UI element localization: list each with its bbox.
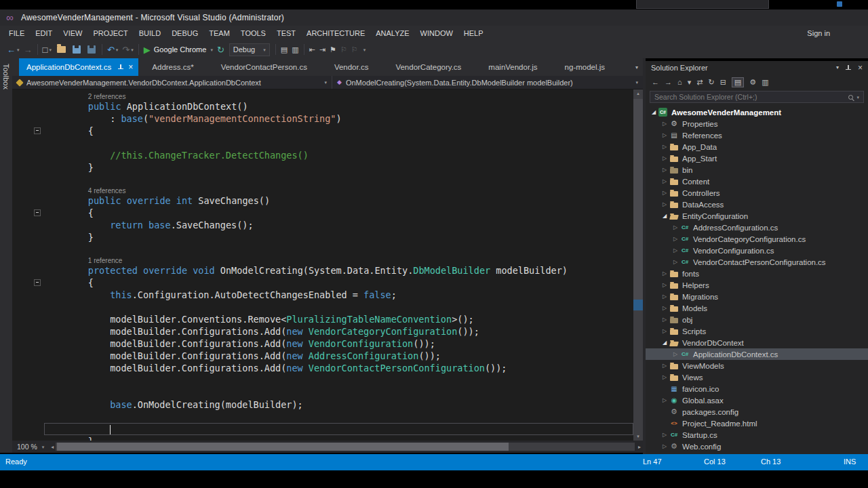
tree-item-app-data[interactable]: ▷App_Data xyxy=(646,141,868,152)
scroll-right-icon[interactable]: ▸ xyxy=(636,444,643,450)
tree-item-global-asax[interactable]: ▷◉Global.asax xyxy=(646,394,868,406)
menu-item-project[interactable]: PROJECT xyxy=(87,26,133,41)
home-icon[interactable]: ⌂ xyxy=(677,79,682,86)
tree-expander[interactable]: ▷ xyxy=(660,329,669,334)
save-button[interactable] xyxy=(69,42,84,57)
tree-item-packages-config[interactable]: ⚙packages.config xyxy=(646,406,868,418)
scroll-left-icon[interactable]: ◂ xyxy=(49,444,56,450)
menu-item-file[interactable]: FILE xyxy=(3,26,30,41)
navigate-back-button[interactable]: ← ▾ xyxy=(5,42,22,57)
sign-in-link[interactable]: Sign in xyxy=(807,26,830,41)
save-all-button[interactable] xyxy=(84,42,99,57)
collapse-all-icon[interactable]: ⊟ xyxy=(720,79,726,86)
fold-collapse-icon[interactable] xyxy=(34,209,41,216)
solution-explorer-search[interactable]: Search Solution Explorer (Ctrl+;) ▾ xyxy=(650,91,864,103)
menu-item-architecture[interactable]: ARCHITECTURE xyxy=(301,26,370,41)
show-all-files-icon[interactable]: ▤ xyxy=(732,77,744,87)
tree-item-vendorcontactpersonconfiguration-cs[interactable]: ▷C#VendorContactPersonConfiguration.cs xyxy=(646,256,868,268)
menu-item-help[interactable]: HELP xyxy=(458,26,489,41)
tree-expander[interactable]: ▷ xyxy=(660,167,669,173)
editor-tab-vendorcategory-cs[interactable]: VendorCategory.cs xyxy=(382,58,475,76)
tree-expander[interactable]: ▷ xyxy=(660,156,669,161)
tree-item-dataaccess[interactable]: ▷DataAccess xyxy=(646,199,868,210)
vertical-scrollbar[interactable]: ▴ ▾ xyxy=(633,89,643,441)
scroll-up-icon[interactable]: ▴ xyxy=(633,89,643,98)
nav-forward-icon[interactable]: → xyxy=(665,79,672,86)
toolbox-tab[interactable]: Toolbox xyxy=(0,58,12,453)
tree-expander[interactable]: ▷ xyxy=(660,283,669,288)
tree-expander[interactable]: ▷ xyxy=(660,133,669,138)
editor-tab-address-cs[interactable]: Address.cs* xyxy=(138,58,207,76)
chevron-down-icon[interactable]: ▾ xyxy=(856,95,859,100)
scrollbar-thumb[interactable] xyxy=(57,443,509,451)
tree-expander[interactable]: ▷ xyxy=(671,248,679,253)
codelens-references[interactable]: 2 references xyxy=(88,93,126,100)
tree-item-migrations[interactable]: ▷Migrations xyxy=(646,291,868,302)
tree-item-obj[interactable]: ▷obj xyxy=(646,314,868,325)
tree-expander[interactable]: ▷ xyxy=(660,398,669,403)
tree-expander[interactable]: ▷ xyxy=(660,202,669,207)
tree-item-vendordbcontext[interactable]: ◢VendorDbContext xyxy=(646,337,868,348)
increase-indent-button[interactable]: ⇥ xyxy=(317,42,328,57)
tree-item-bin[interactable]: ▷bin xyxy=(646,164,868,176)
editor-tab-mainvendor-js[interactable]: mainVendor.js xyxy=(475,58,551,76)
tree-item-startup-cs[interactable]: ▷C#Startup.cs xyxy=(646,429,868,441)
toolbar-overflow-button[interactable]: ▾ xyxy=(360,42,368,57)
search-icon[interactable] xyxy=(848,95,853,100)
tree-expander[interactable]: ▷ xyxy=(660,271,669,277)
start-debugging-button[interactable]: ▶ Google Chrome ▾ xyxy=(142,42,215,57)
tree-item-scripts[interactable]: ▷Scripts xyxy=(646,325,868,337)
type-dropdown[interactable]: AwesomeVenderManagement.VendorDbContext.… xyxy=(12,76,332,89)
toggle-bookmark-button[interactable]: ⚑ xyxy=(328,42,338,57)
browser-link-refresh-button[interactable]: ↻ xyxy=(215,42,226,57)
tree-item-references[interactable]: ▷▤References xyxy=(646,129,868,141)
menu-item-build[interactable]: BUILD xyxy=(134,26,166,41)
redo-button[interactable]: ↷ ▾ xyxy=(120,42,135,57)
undo-button[interactable]: ↶ ▾ xyxy=(105,42,120,57)
menu-item-test[interactable]: TEST xyxy=(271,26,301,41)
menu-item-analyze[interactable]: ANALYZE xyxy=(370,26,414,41)
pin-icon[interactable] xyxy=(846,65,851,71)
tree-expander[interactable]: ▷ xyxy=(660,317,669,323)
scope-dropdown-icon[interactable]: ▾ xyxy=(688,79,692,86)
fold-collapse-icon[interactable] xyxy=(34,279,41,286)
menu-item-edit[interactable]: EDIT xyxy=(30,26,58,41)
tree-item-fonts[interactable]: ▷fonts xyxy=(646,268,868,279)
tree-expander[interactable]: ▷ xyxy=(671,225,679,230)
tree-item-favicon-ico[interactable]: ▦favicon.ico xyxy=(646,383,868,394)
tree-item-applicationdbcontext-cs[interactable]: ▷C#ApplicationDbContext.cs xyxy=(646,348,868,360)
tree-expander[interactable]: ▷ xyxy=(660,294,669,300)
tree-item-web-config[interactable]: ▷⚙Web.config xyxy=(646,441,868,452)
scroll-down-icon[interactable]: ▾ xyxy=(633,432,643,441)
pin-icon[interactable] xyxy=(117,64,123,70)
tree-expander[interactable]: ▷ xyxy=(660,375,669,380)
tree-item-content[interactable]: ▷Content xyxy=(646,176,868,187)
tree-expander[interactable]: ◢ xyxy=(660,340,669,346)
next-bookmark-button[interactable]: ⚐ xyxy=(349,42,360,57)
tree-item-awesomevendermanagement[interactable]: ◢C#AwesomeVenderManagement xyxy=(646,106,868,118)
menu-item-team[interactable]: TEAM xyxy=(203,26,235,41)
menu-item-tools[interactable]: TOOLS xyxy=(235,26,271,41)
tree-expander[interactable]: ▷ xyxy=(660,121,669,127)
menu-item-debug[interactable]: DEBUG xyxy=(166,26,203,41)
navigate-forward-button[interactable]: → xyxy=(22,42,35,57)
sync-with-active-document-icon[interactable]: ⇄ xyxy=(696,79,703,86)
solution-configuration-dropdown[interactable]: Debug ▾ xyxy=(229,43,270,56)
tree-item-helpers[interactable]: ▷Helpers xyxy=(646,279,868,291)
scrollbar-thumb[interactable] xyxy=(633,99,643,302)
tree-item-addressconfiguration-cs[interactable]: ▷C#AddressConfiguration.cs xyxy=(646,222,868,233)
tree-expander[interactable]: ◢ xyxy=(650,110,658,115)
tree-item-project-readme-html[interactable]: <>Project_Readme.html xyxy=(646,418,868,429)
properties-icon[interactable]: ⚙ xyxy=(749,79,756,86)
quick-launch-box[interactable] xyxy=(636,0,769,9)
tree-item-models[interactable]: ▷Models xyxy=(646,302,868,314)
open-file-button[interactable] xyxy=(54,42,69,57)
tree-item-vendorcategoryconfiguration-cs[interactable]: ▷C#VendorCategoryConfiguration.cs xyxy=(646,233,868,245)
preview-button[interactable]: ▤ xyxy=(279,42,290,57)
tree-expander[interactable]: ▷ xyxy=(660,190,669,196)
refresh-icon[interactable]: ↻ xyxy=(708,79,714,86)
fold-collapse-icon[interactable] xyxy=(34,127,41,134)
menu-item-window[interactable]: WINDOW xyxy=(415,26,458,41)
editor-tab-vendor-cs[interactable]: Vendor.cs xyxy=(321,58,382,76)
zoom-dropdown[interactable]: 100 % ▾ xyxy=(12,441,49,453)
